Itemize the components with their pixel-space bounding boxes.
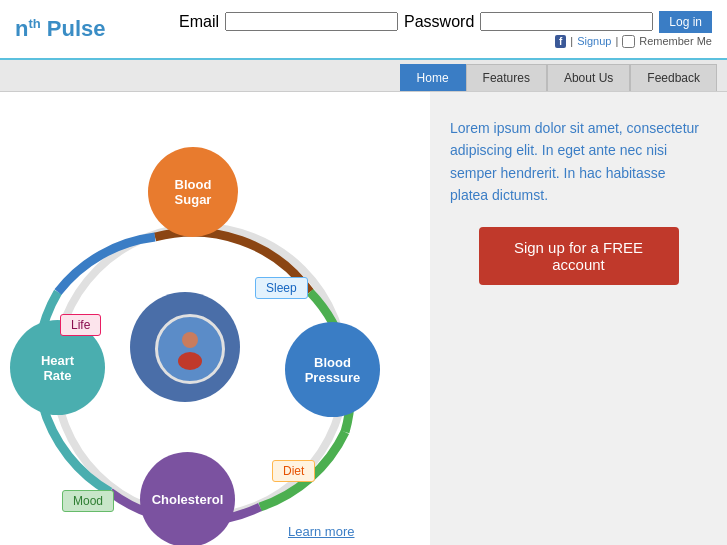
mood-label: Mood bbox=[62, 490, 114, 512]
password-label: Password bbox=[404, 13, 474, 31]
social-signup-row: f | Signup | Remember Me bbox=[555, 35, 712, 48]
description-text: Lorem ipsum dolor sit amet, consectetur … bbox=[450, 117, 707, 207]
password-input[interactable] bbox=[480, 12, 653, 31]
blood-sugar-node: BloodSugar bbox=[148, 147, 238, 237]
logo-prefix: n bbox=[15, 16, 28, 41]
remember-me-label: Remember Me bbox=[639, 35, 712, 47]
facebook-icon: f bbox=[555, 35, 566, 48]
learn-more-text: Learn more bbox=[288, 524, 354, 539]
info-panel: Lorem ipsum dolor sit amet, consectetur … bbox=[430, 92, 727, 545]
header: nth Pulse Email Password Log in f | Sign… bbox=[0, 0, 727, 60]
life-text: Life bbox=[71, 318, 90, 332]
email-input[interactable] bbox=[225, 12, 398, 31]
blood-pressure-label: BloodPressure bbox=[305, 355, 361, 385]
health-diagram: BloodSugar BloodPressure HeartRate Chole… bbox=[0, 92, 430, 545]
blood-pressure-node: BloodPressure bbox=[285, 322, 380, 417]
tab-feedback[interactable]: Feedback bbox=[630, 64, 717, 91]
separator2: | bbox=[615, 35, 618, 47]
logo-superscript: th bbox=[28, 16, 40, 31]
sleep-text: Sleep bbox=[266, 281, 297, 295]
signup-button[interactable]: Sign up for a FREE account bbox=[479, 227, 679, 285]
logo-suffix: Pulse bbox=[41, 16, 106, 41]
cholesterol-node: Cholesterol bbox=[140, 452, 235, 545]
mood-text: Mood bbox=[73, 494, 103, 508]
main-content: BloodSugar BloodPressure HeartRate Chole… bbox=[0, 92, 727, 545]
navigation-bar: Home Features About Us Feedback bbox=[0, 60, 727, 92]
header-auth-area: Email Password Log in f | Signup | Remem… bbox=[179, 11, 712, 48]
svg-point-1 bbox=[182, 332, 198, 348]
learn-more-link[interactable]: Learn more bbox=[288, 524, 354, 539]
person-icon bbox=[155, 314, 225, 384]
tab-home[interactable]: Home bbox=[400, 64, 466, 91]
tab-features[interactable]: Features bbox=[466, 64, 547, 91]
svg-point-2 bbox=[178, 352, 202, 370]
diet-text: Diet bbox=[283, 464, 304, 478]
person-svg bbox=[168, 327, 212, 371]
sleep-label: Sleep bbox=[255, 277, 308, 299]
separator: | bbox=[570, 35, 573, 47]
tab-about-us[interactable]: About Us bbox=[547, 64, 630, 91]
cholesterol-label: Cholesterol bbox=[152, 492, 224, 507]
heart-rate-label: HeartRate bbox=[41, 353, 74, 383]
email-label: Email bbox=[179, 13, 219, 31]
life-label: Life bbox=[60, 314, 101, 336]
app-logo: nth Pulse bbox=[15, 16, 106, 42]
diet-label: Diet bbox=[272, 460, 315, 482]
remember-me-checkbox[interactable] bbox=[622, 35, 635, 48]
login-button[interactable]: Log in bbox=[659, 11, 712, 33]
signup-link[interactable]: Signup bbox=[577, 35, 611, 47]
diagram-panel: BloodSugar BloodPressure HeartRate Chole… bbox=[0, 92, 430, 545]
login-row: Email Password Log in bbox=[179, 11, 712, 33]
blood-sugar-label: BloodSugar bbox=[175, 177, 212, 207]
